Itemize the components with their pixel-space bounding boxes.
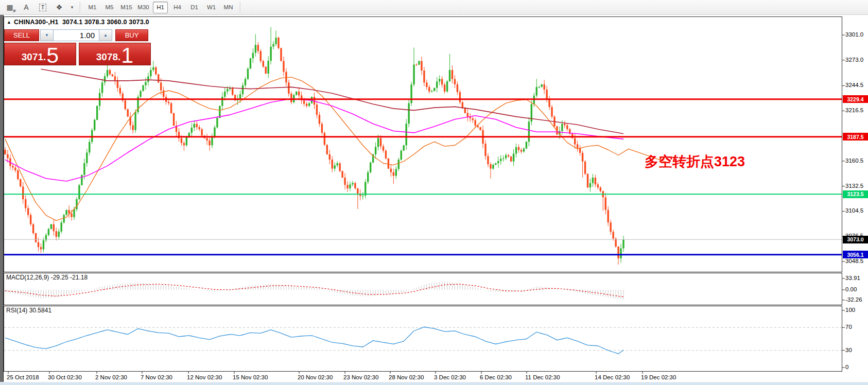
price-badge: 3187.5: [843, 133, 868, 141]
date-axis-label: 7 Nov 02:30: [141, 374, 172, 380]
toolbar-icon-group: ▦FAT❖▾: [2, 1, 77, 13]
text-label-a-icon[interactable]: A: [19, 1, 33, 13]
timeframe-button-m15[interactable]: M15: [119, 2, 134, 13]
macd-axis-label: 0.00: [845, 286, 857, 292]
buy-price-main: 3078: [96, 52, 118, 62]
timeframe-button-m5[interactable]: M5: [102, 2, 117, 13]
date-axis-label: 6 Dec 02:30: [480, 374, 512, 380]
toolbar-separator: [240, 2, 241, 13]
rsi-axis-label: 0: [845, 364, 848, 370]
chart-templates-grid-icon[interactable]: ▦F: [3, 1, 17, 13]
date-axis-label: 23 Nov 02:30: [343, 374, 378, 380]
timeframe-button-h4[interactable]: H4: [170, 2, 185, 13]
volume-increase-button[interactable]: ▲: [99, 29, 112, 41]
price-axis-tick-label: 3301.0: [845, 31, 863, 38]
timeframe-button-w1[interactable]: W1: [204, 2, 219, 13]
chart-text-annotation: 多空转折点3123: [645, 152, 745, 171]
chart-symbol-header: ▲CHINA300-,H1 3074.1 3078.3 3060.0 3073.…: [7, 19, 149, 26]
symbol-ohlc: 3074.1 3078.3 3060.0 3073.0: [62, 19, 149, 26]
price-badge: 3229.4: [843, 95, 868, 103]
macd-axis-label: 33.91: [845, 275, 860, 281]
volume-stepper: ▼ ▲: [40, 29, 112, 41]
buy-price-dot: .: [118, 52, 120, 62]
price-axis-tick-label: 3160.5: [845, 157, 863, 164]
buy-price-big-digit: 1: [121, 46, 133, 64]
date-axis-label: 12 Nov 02:30: [187, 374, 222, 380]
price-badge: 3123.5: [843, 190, 868, 198]
price-axis-tick-label: 3273.0: [845, 57, 863, 63]
timeframe-button-d1[interactable]: D1: [187, 2, 202, 13]
date-axis-label: 20 Nov 02:30: [298, 374, 333, 380]
macd-axis-label: -32.26: [845, 296, 862, 303]
date-axis-label: 25 Oct 2018: [7, 374, 39, 380]
objects-dropdown-caret-icon[interactable]: ▾: [68, 1, 76, 13]
date-axis-label: 11 Dec 02:30: [525, 374, 560, 380]
price-axis-tick-label: 3216.5: [845, 107, 863, 113]
collapse-triangle-icon[interactable]: ▲: [7, 20, 11, 25]
date-axis-label: 2 Nov 02:30: [95, 374, 127, 380]
date-axis-label: 14 Dec 02:30: [595, 374, 630, 380]
price-axis-tick-label: 3076.5: [845, 233, 863, 239]
date-axis-label: 19 Dec 02:30: [641, 374, 676, 380]
rsi-indicator-label: RSI(14) 30.5841: [6, 307, 51, 314]
rsi-axis-label: 30: [845, 347, 852, 353]
buy-price-display[interactable]: 3078.1: [79, 43, 151, 65]
rsi-axis-label: 70: [845, 324, 852, 330]
text-frame-t-icon[interactable]: T: [36, 1, 50, 13]
date-axis-label: 30 Oct 02:30: [48, 374, 82, 380]
mt4-window: ▦FAT❖▾ M1M5M15M30H1H4D1W1MN ▲CHINA300-,H…: [0, 0, 868, 385]
macd-indicator-label: MACD(12,26,9) -29.25 -21.18: [6, 274, 88, 281]
toolbar-separator: [80, 2, 81, 13]
sell-button[interactable]: SELL: [4, 29, 39, 41]
top-toolbar: ▦FAT❖▾ M1M5M15M30H1H4D1W1MN: [0, 0, 868, 15]
date-axis-label: 28 Nov 02:30: [389, 374, 424, 380]
sell-price-big-digit: 5: [46, 46, 59, 64]
sell-price-main: 3071: [22, 52, 43, 62]
window-bottom-edge: [0, 382, 868, 385]
sell-price-dot: .: [43, 52, 46, 62]
timeframe-button-mn[interactable]: MN: [221, 2, 236, 13]
price-axis-tick-label: 3048.5: [845, 258, 863, 264]
date-axis-label: 3 Dec 02:30: [434, 374, 466, 380]
buy-button[interactable]: BUY: [115, 29, 148, 41]
timeframe-button-h1[interactable]: H1: [153, 2, 168, 13]
volume-decrease-button[interactable]: ▼: [40, 29, 54, 41]
symbol-name: CHINA300-,H1: [14, 19, 58, 26]
volume-input[interactable]: [54, 29, 99, 41]
rsi-axis-label: 100: [845, 307, 855, 313]
timeframe-group: M1M5M15M30H1H4D1W1MN: [84, 2, 237, 13]
price-axis-tick-label: 3132.5: [845, 183, 863, 189]
one-click-trading-panel: SELL ▼ ▲ BUY 3071.5 3078.1: [4, 29, 151, 65]
date-axis-label: 15 Nov 02:30: [233, 374, 268, 380]
price-axis-tick-label: 3104.5: [845, 207, 863, 214]
objects-diamond-icon[interactable]: ❖: [52, 1, 66, 13]
timeframe-button-m30[interactable]: M30: [136, 2, 151, 13]
timeframe-button-m1[interactable]: M1: [85, 2, 100, 13]
price-axis-tick-label: 3244.5: [845, 82, 863, 88]
sell-price-display[interactable]: 3071.5: [4, 43, 76, 65]
